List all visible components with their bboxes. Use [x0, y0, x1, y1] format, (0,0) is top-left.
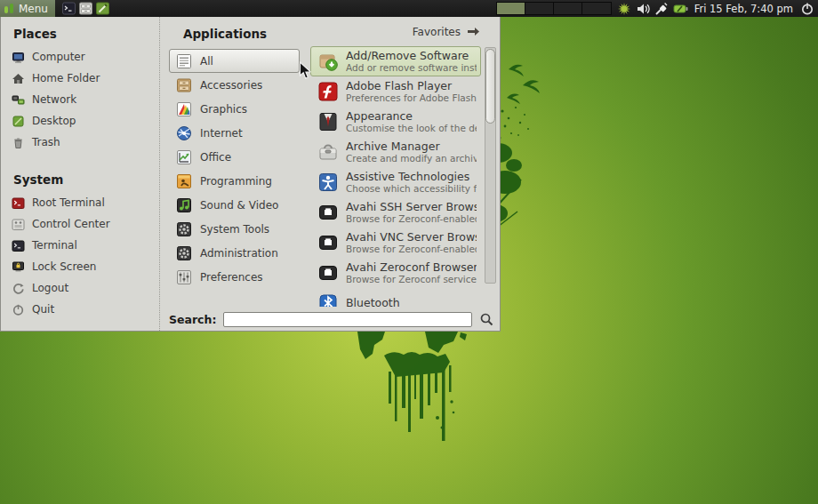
- shutdown-icon[interactable]: [800, 1, 814, 16]
- app-name: Bluetooth: [346, 296, 400, 307]
- workspace-3[interactable]: [554, 3, 582, 14]
- category-label: All: [200, 55, 213, 68]
- panel-clock[interactable]: Fri 15 Feb, 7:40 pm: [694, 3, 793, 15]
- system-item-label: Root Terminal: [32, 196, 105, 209]
- app-item-appearance[interactable]: Appearance Customise the look of the des…: [310, 107, 481, 137]
- system-item-label: Control Center: [32, 218, 110, 230]
- app-item-avahi-ssh-server-browser[interactable]: Avahi SSH Server Browser Browse for Zero…: [310, 197, 481, 228]
- mint-logo-icon: [4, 3, 15, 14]
- home-icon: [12, 72, 25, 85]
- app-desc: Choose which accessibility featu...: [346, 183, 477, 195]
- workspace-switcher[interactable]: [496, 2, 612, 15]
- text-editor-launcher-icon[interactable]: [96, 2, 109, 15]
- workspace-4[interactable]: [582, 3, 611, 14]
- category-administration[interactable]: Administration: [169, 241, 300, 265]
- category-internet[interactable]: Internet: [169, 121, 300, 145]
- applications-column: Favorites: [309, 17, 500, 308]
- sound-video-icon: [175, 196, 193, 214]
- applications-header: Applications: [183, 27, 300, 41]
- system-item-label: Terminal: [32, 239, 77, 252]
- category-accessories[interactable]: Accessories: [169, 73, 300, 97]
- categories-column: Applications All: [160, 17, 309, 308]
- network-port-icon: [317, 232, 339, 253]
- system-item-terminal[interactable]: Terminal: [12, 235, 159, 256]
- update-manager-icon[interactable]: [617, 2, 631, 16]
- system-item-control-center[interactable]: Control Center: [12, 213, 159, 235]
- system-item-root-terminal[interactable]: Root Terminal: [12, 192, 159, 213]
- app-desc: Create and modify an archive: [346, 153, 477, 164]
- search-input[interactable]: [223, 312, 472, 327]
- volume-icon[interactable]: [636, 2, 650, 16]
- app-desc: Browse for Zeroconf-enabled VN...: [346, 244, 477, 255]
- terminal-launcher-icon[interactable]: [62, 2, 76, 15]
- category-label: Graphics: [200, 103, 247, 116]
- favorites-label: Favorites: [413, 26, 461, 38]
- app-list-scrollbar[interactable]: [485, 47, 496, 284]
- flash-icon: [317, 81, 339, 102]
- app-item-add-remove-software[interactable]: Add/Remove Software Add or remove softwa…: [310, 46, 481, 76]
- menu-button[interactable]: Menu: [0, 0, 55, 17]
- search-label: Search:: [169, 313, 216, 326]
- scrollbar-thumb[interactable]: [485, 49, 495, 124]
- administration-icon: [175, 244, 193, 262]
- app-item-avahi-zeroconf-browser[interactable]: Avahi Zeroconf Browser Browse for Zeroco…: [310, 258, 481, 288]
- office-icon: [175, 148, 193, 166]
- app-name: Archive Manager: [346, 140, 477, 154]
- system-item-logout[interactable]: Logout: [12, 277, 159, 299]
- app-name: Avahi Zeroconf Browser: [346, 260, 477, 275]
- category-programming[interactable]: Programming: [169, 169, 300, 193]
- app-item-adobe-flash-player[interactable]: Adobe Flash Player Preferences for Adobe…: [310, 76, 481, 107]
- search-icon[interactable]: [479, 312, 494, 327]
- places-item-home-folder[interactable]: Home Folder: [12, 68, 159, 89]
- category-graphics[interactable]: Graphics: [169, 97, 300, 121]
- category-label: Preferences: [200, 271, 263, 284]
- places-item-computer[interactable]: Computer: [12, 46, 159, 68]
- category-label: System Tools: [200, 223, 269, 236]
- category-label: Sound & Video: [200, 199, 278, 212]
- bluetooth-icon: [317, 292, 339, 307]
- app-item-archive-manager[interactable]: Archive Manager Create and modify an arc…: [310, 137, 481, 167]
- app-desc: Preferences for Adobe Flash Pla...: [346, 92, 477, 104]
- category-label: Accessories: [200, 79, 262, 92]
- places-item-label: Desktop: [32, 115, 76, 127]
- app-name: Avahi VNC Server Browser: [346, 230, 477, 244]
- category-label: Administration: [200, 247, 278, 260]
- system-item-lock-screen[interactable]: Lock Screen: [12, 256, 159, 277]
- menu-button-label: Menu: [19, 3, 48, 15]
- category-sound-video[interactable]: Sound & Video: [169, 193, 300, 217]
- main-menu-popup: Places Computer Home Folder: [0, 17, 501, 332]
- app-item-bluetooth[interactable]: Bluetooth: [310, 288, 481, 307]
- network-plug-icon[interactable]: [654, 2, 669, 16]
- category-preferences[interactable]: Preferences: [169, 265, 300, 289]
- trash-icon: [12, 136, 25, 149]
- system-item-label: Lock Screen: [32, 260, 96, 273]
- places-item-trash[interactable]: Trash: [12, 132, 159, 153]
- category-all[interactable]: All: [169, 49, 300, 73]
- workspace-2[interactable]: [525, 3, 554, 14]
- logout-icon: [12, 282, 25, 295]
- app-desc: Browse for Zeroconf-enabled SS...: [346, 213, 477, 225]
- workspace-1[interactable]: [497, 3, 525, 14]
- app-name: Add/Remove Software: [346, 49, 477, 63]
- places-item-label: Network: [32, 93, 76, 106]
- computer-icon: [12, 51, 25, 64]
- category-label: Programming: [200, 175, 272, 188]
- system-item-label: Logout: [32, 282, 68, 294]
- system-item-quit[interactable]: Quit: [12, 299, 159, 320]
- system-item-label: Quit: [32, 303, 54, 316]
- places-item-desktop[interactable]: Desktop: [12, 110, 159, 132]
- network-port-icon: [317, 262, 339, 284]
- category-system-tools[interactable]: System Tools: [169, 217, 300, 241]
- panel-launchers: [62, 2, 109, 15]
- app-item-assistive-technologies[interactable]: Assistive Technologies Choose which acce…: [310, 167, 481, 197]
- places-item-network[interactable]: Network: [12, 89, 159, 110]
- system-tools-icon: [175, 220, 193, 238]
- category-office[interactable]: Office: [169, 145, 300, 169]
- app-item-avahi-vnc-server-browser[interactable]: Avahi VNC Server Browser Browse for Zero…: [310, 228, 481, 258]
- favorites-toggle[interactable]: Favorites: [309, 17, 500, 46]
- places-item-label: Trash: [32, 136, 60, 148]
- suit-icon: [317, 111, 339, 132]
- battery-icon[interactable]: [673, 2, 689, 16]
- app-name: Appearance: [346, 109, 477, 124]
- file-manager-launcher-icon[interactable]: [79, 2, 92, 15]
